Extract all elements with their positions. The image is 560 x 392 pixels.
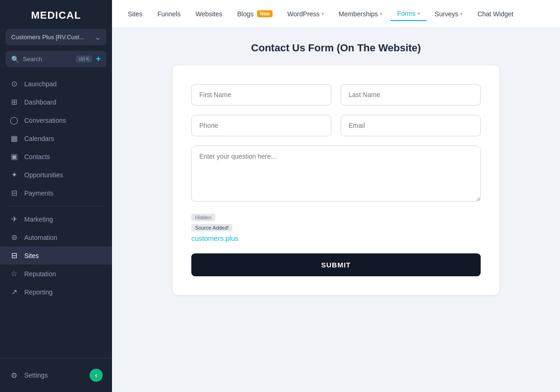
settings-label: Settings [24, 371, 48, 379]
search-icon: 🔍 [11, 56, 19, 63]
sidebar-item-label: Launchpad [24, 80, 56, 88]
sidebar-item-label: Reputation [24, 270, 56, 278]
calendars-icon: ▦ [9, 134, 19, 143]
hidden-badge: Hidden [191, 214, 215, 221]
sidebar-item-label: Automation [24, 234, 57, 241]
sidebar-item-automation[interactable]: ⊚ Automation [0, 228, 112, 246]
topnav-wordpress[interactable]: WordPress ▾ [281, 7, 330, 21]
account-selector[interactable]: Customers Plus [RV.Cust... ⌄ [6, 29, 106, 45]
chevron-down-icon: ⌄ [95, 33, 101, 42]
account-name: Customers Plus [RV.Cust... [11, 34, 84, 41]
page-title: Contact Us Form (On The Website) [251, 42, 421, 54]
opportunities-icon: ✦ [9, 170, 19, 179]
settings-green-button[interactable]: ‹ [90, 369, 103, 382]
content-area: Contact Us Form (On The Website) Hidden … [112, 28, 560, 392]
search-shortcut: ctrl K [76, 56, 92, 63]
hidden-section: Hidden Source Added! customers.plus [191, 213, 481, 242]
chevron-down-icon: ▾ [322, 11, 324, 16]
add-icon[interactable]: + [96, 54, 101, 64]
sidebar-item-label: Dashboard [24, 98, 56, 106]
sidebar-item-payments[interactable]: ⊟ Payments [0, 184, 112, 202]
topnav-funnels[interactable]: Funnels [151, 7, 187, 21]
sidebar-bottom: ⚙ Settings ‹ [0, 358, 112, 392]
topnav-blogs[interactable]: Blogs New [231, 7, 279, 21]
new-badge: New [257, 10, 273, 17]
top-nav: Sites Funnels Websites Blogs New WordPre… [112, 0, 560, 28]
sidebar-item-conversations[interactable]: ◯ Conversations [0, 111, 112, 129]
source-badge: Source Added! [191, 224, 232, 231]
sidebar-item-reporting[interactable]: ↗ Reporting [0, 283, 112, 301]
sidebar-item-marketing[interactable]: ✈ Marketing [0, 210, 112, 228]
settings-item[interactable]: ⚙ Settings ‹ [0, 364, 112, 386]
sidebar-item-dashboard[interactable]: ⊞ Dashboard [0, 93, 112, 111]
sidebar: MEDICAL Customers Plus [RV.Cust... ⌄ 🔍 S… [0, 0, 112, 392]
payments-icon: ⊟ [9, 189, 19, 197]
search-placeholder: Search [23, 56, 72, 63]
marketing-icon: ✈ [9, 215, 19, 224]
topnav-chatwidget[interactable]: Chat Widget [471, 7, 520, 21]
topnav-memberships[interactable]: Memberships ▾ [332, 7, 389, 21]
contact-row [191, 115, 481, 136]
sidebar-item-reputation[interactable]: ☆ Reputation [0, 265, 112, 283]
sites-icon: ⊟ [9, 251, 19, 260]
main-area: Sites Funnels Websites Blogs New WordPre… [112, 0, 560, 392]
sidebar-item-label: Sites [24, 252, 39, 259]
sidebar-nav: ⊙ Launchpad ⊞ Dashboard ◯ Conversations … [0, 75, 112, 358]
topnav-surveys[interactable]: Surveys ▾ [428, 7, 469, 21]
contacts-icon: ▣ [9, 152, 19, 161]
reputation-icon: ☆ [9, 269, 19, 278]
name-row [191, 84, 481, 105]
phone-input[interactable] [191, 115, 331, 136]
sidebar-item-contacts[interactable]: ▣ Contacts [0, 147, 112, 166]
submit-button[interactable]: SUBMIT [191, 253, 481, 276]
sidebar-item-sites[interactable]: ⊟ Sites [0, 246, 112, 265]
chevron-down-icon: ▾ [460, 11, 462, 16]
sidebar-item-label: Calendars [24, 135, 54, 142]
topnav-forms[interactable]: Forms ▾ [391, 7, 427, 21]
sidebar-item-label: Reporting [24, 288, 53, 296]
sidebar-item-label: Contacts [24, 153, 50, 161]
sidebar-item-launchpad[interactable]: ⊙ Launchpad [0, 75, 112, 93]
sidebar-item-opportunities[interactable]: ✦ Opportunities [0, 166, 112, 184]
sidebar-item-calendars[interactable]: ▦ Calendars [0, 129, 112, 147]
launchpad-icon: ⊙ [9, 79, 19, 88]
app-logo: MEDICAL [0, 0, 112, 29]
question-textarea[interactable] [191, 146, 481, 202]
chevron-down-icon: ▾ [380, 11, 382, 16]
chevron-down-icon: ▾ [418, 11, 420, 16]
sidebar-item-label: Marketing [24, 216, 53, 223]
form-card: Hidden Source Added! customers.plus SUBM… [173, 65, 499, 295]
first-name-input[interactable] [191, 84, 331, 105]
sidebar-item-label: Opportunities [24, 171, 63, 179]
search-bar[interactable]: 🔍 Search ctrl K + [6, 51, 106, 67]
last-name-input[interactable] [341, 84, 481, 105]
automation-icon: ⊚ [9, 233, 19, 242]
reporting-icon: ↗ [9, 287, 19, 296]
sidebar-divider [7, 206, 105, 206]
topnav-websites[interactable]: Websites [189, 7, 229, 21]
settings-icon: ⚙ [9, 371, 19, 380]
topnav-sites[interactable]: Sites [121, 7, 149, 21]
source-value: customers.plus [191, 234, 481, 242]
email-input[interactable] [341, 115, 481, 136]
dashboard-icon: ⊞ [9, 98, 19, 106]
conversations-icon: ◯ [9, 116, 19, 125]
sidebar-item-label: Payments [24, 189, 53, 197]
sidebar-item-label: Conversations [24, 117, 66, 124]
